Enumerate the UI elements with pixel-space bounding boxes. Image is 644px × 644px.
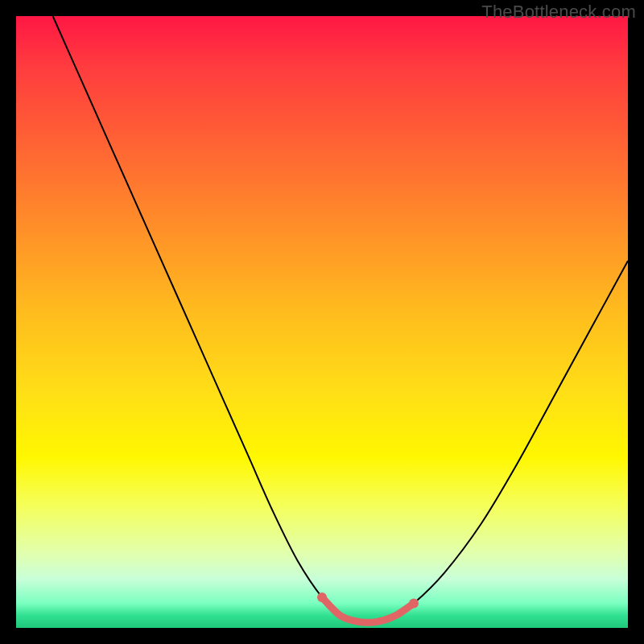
highlight-endpoint xyxy=(409,599,419,609)
highlight-endpoint xyxy=(317,592,327,602)
chart-frame: TheBottleneck.com xyxy=(0,0,644,644)
bottleneck-highlight xyxy=(322,597,414,622)
chart-svg xyxy=(16,16,628,628)
watermark-text: TheBottleneck.com xyxy=(481,2,636,23)
bottleneck-curve xyxy=(53,16,628,622)
